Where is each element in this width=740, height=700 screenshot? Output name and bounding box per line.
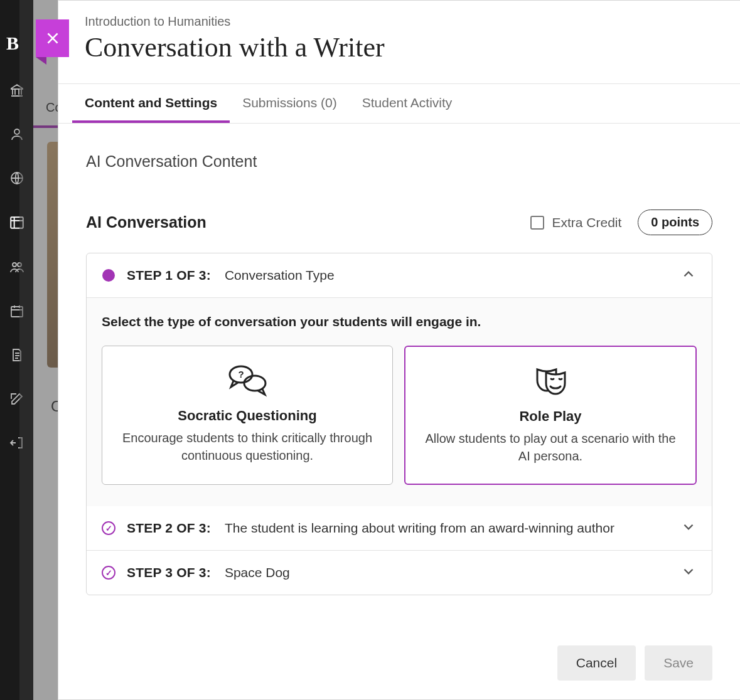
svg-point-3: [13, 263, 16, 267]
step-3-status-icon: ✓: [102, 566, 115, 580]
step-3-header[interactable]: ✓ STEP 3 OF 3: Space Dog: [87, 550, 712, 595]
conversation-heading-row: AI Conversation Extra Credit 0 points: [86, 209, 712, 235]
chevron-down-icon: [680, 519, 697, 538]
option-role-play[interactable]: Role Play Allow students to play out a s…: [404, 346, 697, 485]
close-icon: [45, 30, 61, 46]
chat-bubbles-icon: ?: [119, 360, 376, 400]
close-button[interactable]: [36, 19, 69, 57]
option-roleplay-desc: Allow students to play out a scenario wi…: [422, 430, 679, 465]
tabs-row: Content and Settings Submissions (0) Stu…: [58, 83, 740, 124]
page-title: Conversation with a Writer: [85, 31, 714, 63]
steps-card: STEP 1 OF 3: Conversation Type Select th…: [86, 253, 712, 595]
step-1-instruction: Select the type of conversation your stu…: [102, 314, 697, 329]
tab-content-settings[interactable]: Content and Settings: [72, 84, 230, 123]
panel-footer: Cancel Save: [58, 634, 740, 699]
editor-panel: Introduction to Humanities Conversation …: [58, 0, 740, 700]
svg-point-8: [244, 376, 265, 391]
step-1-header[interactable]: STEP 1 OF 3: Conversation Type: [87, 253, 712, 297]
conversation-type-options: ? Socratic Questioning Encourage student…: [102, 346, 697, 485]
panel-body: AI Conversation Content AI Conversation …: [58, 124, 740, 634]
chevron-down-icon: [680, 563, 697, 582]
tab-submissions[interactable]: Submissions (0): [230, 84, 350, 123]
panel-header: Introduction to Humanities Conversation …: [58, 1, 740, 68]
option-socratic-desc: Encourage students to think critically t…: [119, 429, 376, 464]
conversation-heading: AI Conversation: [86, 213, 206, 231]
step-1-value: Conversation Type: [225, 268, 335, 283]
step-3-value: Space Dog: [225, 565, 290, 580]
conversation-controls: Extra Credit 0 points: [530, 209, 712, 235]
step-2-value: The student is learning about writing fr…: [225, 521, 614, 536]
points-pill[interactable]: 0 points: [638, 209, 712, 235]
extra-credit-label: Extra Credit: [552, 215, 621, 230]
option-roleplay-title: Role Play: [422, 408, 679, 425]
step-1-body: Select the type of conversation your stu…: [87, 297, 712, 506]
step-2-header[interactable]: ✓ STEP 2 OF 3: The student is learning a…: [87, 506, 712, 550]
svg-point-0: [14, 129, 19, 134]
app-logo: B: [6, 33, 19, 54]
svg-text:?: ?: [238, 369, 244, 379]
step-3-label: STEP 3 OF 3:: [127, 565, 211, 580]
chevron-up-icon: [680, 266, 697, 285]
save-button[interactable]: Save: [645, 645, 712, 681]
step-1-status-icon: [102, 268, 115, 282]
cancel-button[interactable]: Cancel: [557, 645, 636, 681]
step-1-label: STEP 1 OF 3:: [127, 268, 211, 283]
step-2-status-icon: ✓: [102, 521, 115, 535]
extra-credit-checkbox[interactable]: [530, 216, 544, 230]
option-socratic-questioning[interactable]: ? Socratic Questioning Encourage student…: [102, 346, 393, 485]
theater-masks-icon: [422, 361, 679, 401]
section-heading: AI Conversation Content: [86, 152, 712, 171]
breadcrumb: Introduction to Humanities: [85, 14, 714, 29]
extra-credit-toggle[interactable]: Extra Credit: [530, 215, 621, 230]
tab-student-activity[interactable]: Student Activity: [350, 84, 465, 123]
step-2-label: STEP 2 OF 3:: [127, 521, 211, 536]
option-socratic-title: Socratic Questioning: [119, 408, 376, 424]
